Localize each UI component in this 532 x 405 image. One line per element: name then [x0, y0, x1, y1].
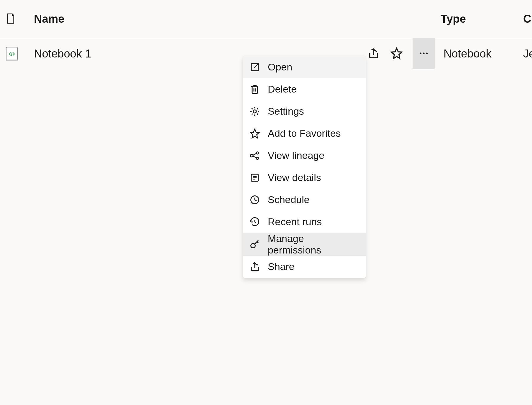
menu-item-open[interactable]: Open: [243, 56, 366, 78]
svg-point-4: [250, 154, 253, 157]
item-icon-cell: [6, 47, 34, 61]
menu-item-label: Settings: [268, 106, 304, 117]
document-icon: [6, 13, 15, 26]
menu-item-label: Schedule: [268, 194, 310, 205]
menu-item-settings[interactable]: Settings: [243, 100, 366, 122]
star-icon: [249, 128, 261, 139]
lineage-icon: [249, 150, 261, 162]
share-icon: [368, 47, 380, 60]
star-icon: [390, 47, 403, 60]
menu-item-add-favorites[interactable]: Add to Favorites: [243, 122, 366, 144]
item-owner: Jer: [523, 47, 532, 60]
svg-point-9: [251, 243, 255, 248]
svg-point-0: [420, 52, 421, 54]
column-header-name[interactable]: Name: [34, 13, 426, 25]
svg-point-6: [256, 157, 259, 159]
key-icon: [249, 238, 261, 250]
menu-item-label: Share: [268, 261, 295, 272]
svg-point-3: [253, 110, 257, 113]
menu-item-label: Manage permissions: [268, 233, 360, 256]
open-external-icon: [249, 61, 261, 73]
row-actions: [367, 47, 413, 61]
favorite-button[interactable]: [390, 47, 404, 61]
item-type: Notebook: [435, 47, 523, 60]
more-actions-button[interactable]: [413, 38, 435, 69]
menu-item-label: View lineage: [268, 150, 324, 161]
notebook-icon: [6, 47, 18, 61]
column-header-owner[interactable]: C: [523, 13, 532, 25]
menu-item-delete[interactable]: Delete: [243, 78, 366, 100]
menu-item-label: Open: [268, 61, 292, 73]
svg-point-5: [256, 152, 259, 154]
header-icon-cell: [6, 13, 34, 26]
column-header-type[interactable]: Type: [426, 13, 523, 25]
menu-item-recent-runs[interactable]: Recent runs: [243, 211, 366, 233]
trash-icon: [249, 83, 261, 95]
gear-icon: [249, 106, 261, 117]
svg-point-2: [426, 52, 427, 54]
menu-item-label: Recent runs: [268, 216, 322, 228]
menu-item-manage-permissions[interactable]: Manage permissions: [243, 233, 366, 255]
share-icon: [249, 261, 261, 273]
menu-item-label: Add to Favorites: [268, 128, 341, 139]
menu-item-schedule[interactable]: Schedule: [243, 189, 366, 211]
menu-item-label: View details: [268, 172, 321, 183]
menu-item-label: Delete: [268, 83, 297, 95]
clock-icon: [249, 194, 261, 206]
details-icon: [249, 172, 261, 184]
share-button[interactable]: [367, 47, 381, 61]
menu-item-view-details[interactable]: View details: [243, 167, 366, 189]
more-horizontal-icon: [418, 48, 429, 60]
table-header-row: Name Type C: [0, 0, 532, 38]
history-icon: [249, 216, 261, 228]
menu-item-view-lineage[interactable]: View lineage: [243, 144, 366, 167]
svg-point-1: [423, 52, 424, 54]
menu-item-share[interactable]: Share: [243, 256, 366, 278]
context-menu: Open Delete Settings Add to Favorites: [243, 56, 366, 278]
